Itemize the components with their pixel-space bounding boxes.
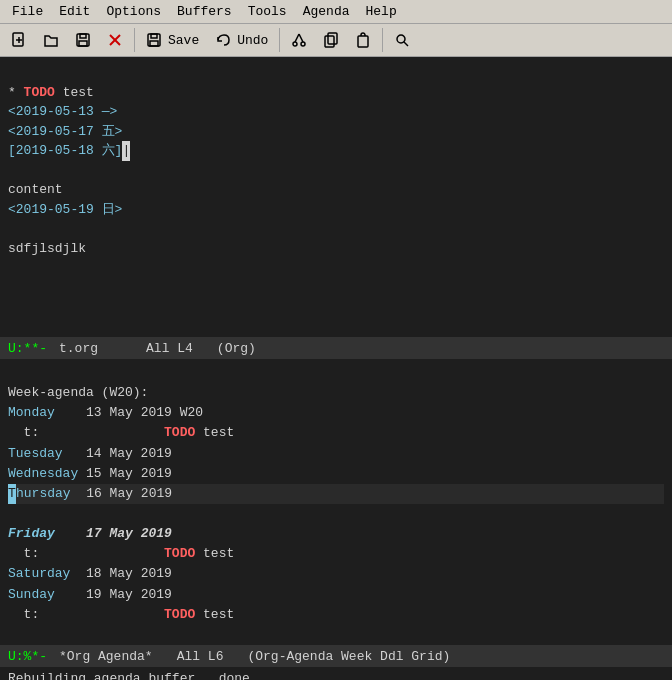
agenda-thursday: Thursday 16 May 2019 bbox=[8, 484, 664, 504]
menu-edit[interactable]: Edit bbox=[51, 2, 98, 21]
svg-rect-10 bbox=[150, 41, 158, 46]
undo-text: Undo bbox=[237, 33, 268, 48]
svg-rect-4 bbox=[80, 34, 86, 38]
svg-point-18 bbox=[397, 35, 405, 43]
agenda-wednesday: Wednesday 15 May 2019 bbox=[8, 466, 172, 481]
editor-line-2: <2019-05-13 —> bbox=[8, 104, 117, 119]
statusbar1-position: All L4 bbox=[146, 341, 193, 356]
editor-line-1: * TODO test bbox=[8, 85, 94, 100]
editor-line-9: sdfjlsdjlk bbox=[8, 241, 86, 256]
copy-button[interactable] bbox=[316, 26, 346, 54]
editor-line-7: <2019-05-19 日> bbox=[8, 202, 122, 217]
cut-button[interactable] bbox=[284, 26, 314, 54]
menu-tools[interactable]: Tools bbox=[240, 2, 295, 21]
editor-area[interactable]: * TODO test <2019-05-13 —> <2019-05-17 五… bbox=[0, 57, 672, 337]
menu-file[interactable]: File bbox=[4, 2, 51, 21]
save-text: Save bbox=[168, 33, 199, 48]
statusbar-1: U:**- t.org All L4 (Org) bbox=[0, 337, 672, 359]
agenda-tuesday: Tuesday 14 May 2019 bbox=[8, 446, 172, 461]
agenda-monday: Monday 13 May 2019 W20 bbox=[8, 405, 203, 420]
agenda-saturday: Saturday 18 May 2019 bbox=[8, 566, 172, 581]
menubar: File Edit Options Buffers Tools Agenda H… bbox=[0, 0, 672, 24]
statusbar1-filename: t.org bbox=[59, 341, 98, 356]
svg-point-11 bbox=[293, 42, 297, 46]
svg-rect-16 bbox=[325, 36, 334, 47]
paste-button[interactable] bbox=[348, 26, 378, 54]
menu-buffers[interactable]: Buffers bbox=[169, 2, 240, 21]
statusbar1-extra: (Org) bbox=[217, 341, 256, 356]
toolbar: Save Undo bbox=[0, 24, 672, 57]
bottom-message: Rebuilding agenda buffer...done bbox=[0, 667, 672, 680]
new-file-button[interactable] bbox=[4, 26, 34, 54]
undo-button[interactable]: Undo bbox=[208, 26, 275, 54]
agenda-header: Week-agenda (W20): bbox=[8, 385, 148, 400]
menu-options[interactable]: Options bbox=[98, 2, 169, 21]
toolbar-sep-3 bbox=[382, 28, 383, 52]
save-disk-button[interactable] bbox=[68, 26, 98, 54]
statusbar2-extra: (Org-Agenda Week Ddl Grid) bbox=[247, 649, 450, 664]
save-label-button[interactable]: Save bbox=[139, 26, 206, 54]
statusbar-2: U:%*- *Org Agenda* All L6 (Org-Agenda We… bbox=[0, 645, 672, 667]
statusbar2-position: All L6 bbox=[177, 649, 224, 664]
agenda-sunday: Sunday 19 May 2019 bbox=[8, 587, 172, 602]
editor-line-6: content bbox=[8, 182, 63, 197]
statusbar1-mode: U:**- bbox=[8, 341, 47, 356]
statusbar2-filename: *Org Agenda* bbox=[59, 649, 153, 664]
editor-line-8 bbox=[8, 221, 16, 236]
toolbar-sep-2 bbox=[279, 28, 280, 52]
svg-rect-15 bbox=[328, 33, 337, 44]
toolbar-sep-1 bbox=[134, 28, 135, 52]
editor-line-4: [2019-05-18 六]| bbox=[8, 143, 130, 158]
statusbar2-mode: U:%*- bbox=[8, 649, 47, 664]
svg-rect-5 bbox=[79, 41, 87, 46]
svg-line-19 bbox=[404, 42, 408, 46]
close-button[interactable] bbox=[100, 26, 130, 54]
agenda-area[interactable]: Week-agenda (W20): Monday 13 May 2019 W2… bbox=[0, 359, 672, 645]
editor-line-5 bbox=[8, 163, 16, 178]
agenda-friday: Friday 17 May 2019 bbox=[8, 526, 172, 541]
editor-line-3: <2019-05-17 五> bbox=[8, 124, 122, 139]
svg-line-14 bbox=[299, 34, 303, 42]
bottom-message-text: Rebuilding agenda buffer...done bbox=[8, 671, 250, 681]
search-button[interactable] bbox=[387, 26, 417, 54]
open-file-button[interactable] bbox=[36, 26, 66, 54]
menu-help[interactable]: Help bbox=[357, 2, 404, 21]
svg-point-12 bbox=[301, 42, 305, 46]
menu-agenda[interactable]: Agenda bbox=[295, 2, 358, 21]
svg-rect-9 bbox=[151, 34, 157, 38]
agenda-friday-task: t: TODO test bbox=[8, 546, 234, 561]
agenda-sunday-task: t: TODO test bbox=[8, 607, 234, 622]
svg-rect-17 bbox=[358, 36, 368, 47]
svg-line-13 bbox=[295, 34, 299, 42]
agenda-monday-task: t: TODO test bbox=[8, 425, 234, 440]
